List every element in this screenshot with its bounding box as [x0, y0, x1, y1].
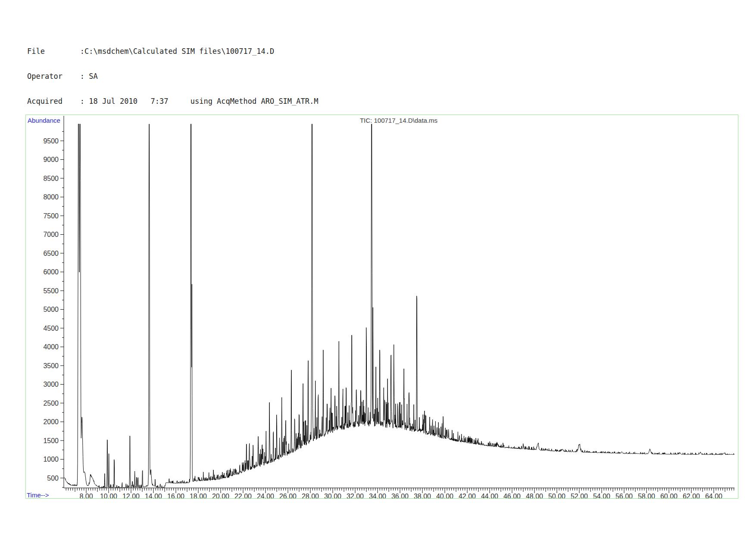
x-tick-label: 56.00: [615, 493, 633, 498]
x-tick-label: 12.00: [122, 493, 140, 498]
x-tick-label: 44.00: [481, 493, 498, 498]
y-tick-label: 6500: [43, 250, 59, 257]
x-tick-label: 14.00: [145, 493, 162, 498]
chromatogram-panel: 8.0010.0012.0014.0016.0018.0020.0022.002…: [25, 115, 738, 499]
y-tick-label: 7000: [43, 231, 59, 238]
y-tick-label: 1000: [43, 456, 59, 463]
x-tick-label: 26.00: [279, 493, 297, 498]
chromatogram-svg: 8.0010.0012.0014.0016.0018.0020.0022.002…: [26, 115, 738, 498]
x-tick-label: 28.00: [302, 493, 319, 498]
x-tick-label: 24.00: [257, 493, 274, 498]
x-tick-label: 30.00: [324, 493, 341, 498]
x-tick-label: 16.00: [167, 493, 184, 498]
header-line-file: File :C:\msdchem\Calculated SIM files\10…: [27, 47, 319, 56]
x-tick-label: 32.00: [347, 493, 364, 498]
x-tick-label: 46.00: [503, 493, 521, 498]
y-tick-label: 4000: [43, 343, 59, 351]
x-tick-label: 10.00: [100, 493, 117, 498]
page: File :C:\msdchem\Calculated SIM files\10…: [0, 0, 756, 534]
x-tick-label: 20.00: [212, 493, 229, 498]
y-tick-label: 7500: [43, 212, 59, 220]
y-tick-label: 500: [47, 475, 59, 482]
y-tick-label: 9500: [43, 137, 59, 145]
y-tick-label: 5500: [43, 287, 59, 295]
x-tick-label: 52.00: [571, 493, 588, 498]
y-tick-label: 3500: [43, 362, 59, 369]
tic-trace: [64, 124, 734, 487]
y-tick-label: 2500: [43, 400, 59, 407]
x-tick-label: 8.00: [79, 493, 93, 498]
y-tick-label: 3000: [43, 381, 59, 388]
y-tick-label: 1500: [43, 437, 59, 444]
y-tick-label: 8000: [43, 193, 59, 201]
x-tick-label: 34.00: [369, 493, 386, 498]
x-tick-label: 18.00: [190, 493, 207, 498]
tick-labels: 8.0010.0012.0014.0016.0018.0020.0022.002…: [43, 137, 722, 499]
header-line-acquired: Acquired : 18 Jul 2010 7:37 using AcqMet…: [27, 97, 319, 106]
x-axis-title: Time-->: [27, 491, 49, 499]
chart-title: TIC: 100717_14.D\data.ms: [360, 117, 437, 124]
x-tick-label: 60.00: [660, 493, 678, 498]
y-tick-label: 6000: [43, 268, 59, 276]
x-tick-label: 50.00: [548, 493, 565, 498]
x-tick-label: 64.00: [705, 493, 722, 498]
x-tick-label: 42.00: [459, 493, 476, 498]
x-tick-label: 54.00: [593, 493, 610, 498]
x-tick-label: 62.00: [683, 493, 700, 498]
x-tick-label: 58.00: [638, 493, 655, 498]
x-tick-label: 36.00: [391, 493, 409, 498]
axis-ticks: [60, 131, 734, 493]
y-axis-title: Abundance: [28, 117, 60, 124]
x-tick-label: 22.00: [234, 493, 252, 498]
x-tick-label: 48.00: [526, 493, 543, 498]
y-tick-label: 5000: [43, 306, 59, 313]
y-tick-label: 2000: [43, 418, 59, 425]
axes: [64, 116, 734, 488]
x-tick-label: 40.00: [436, 493, 453, 498]
x-tick-label: 38.00: [414, 493, 431, 498]
y-tick-label: 9000: [43, 156, 59, 163]
y-tick-label: 8500: [43, 175, 59, 182]
header-line-operator: Operator : SA: [27, 72, 319, 81]
y-tick-label: 4500: [43, 325, 59, 332]
